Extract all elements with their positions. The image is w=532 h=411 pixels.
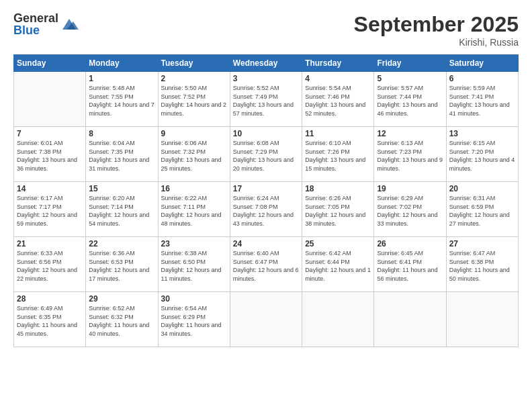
logo-icon	[60, 15, 79, 34]
table-row	[230, 292, 302, 347]
day-info: Sunrise: 6:38 AM Sunset: 6:50 PM Dayligh…	[161, 249, 227, 283]
day-number: 19	[377, 184, 443, 193]
table-row: 27Sunrise: 6:47 AM Sunset: 6:38 PM Dayli…	[446, 237, 518, 292]
table-row: 18Sunrise: 6:26 AM Sunset: 7:05 PM Dayli…	[302, 182, 374, 237]
table-row: 29Sunrise: 6:52 AM Sunset: 6:32 PM Dayli…	[86, 292, 158, 347]
table-row: 17Sunrise: 6:24 AM Sunset: 7:08 PM Dayli…	[230, 182, 302, 237]
table-row	[302, 292, 374, 347]
day-info: Sunrise: 6:29 AM Sunset: 7:02 PM Dayligh…	[377, 194, 443, 228]
day-info: Sunrise: 6:49 AM Sunset: 6:35 PM Dayligh…	[17, 304, 83, 338]
day-number: 14	[17, 184, 83, 193]
day-number: 29	[89, 294, 154, 304]
logo-text: General Blue	[13, 12, 58, 36]
day-number: 15	[89, 184, 154, 193]
day-number: 30	[161, 294, 227, 304]
table-row: 3Sunrise: 5:52 AM Sunset: 7:49 PM Daylig…	[230, 72, 302, 127]
day-number: 8	[89, 129, 154, 138]
day-info: Sunrise: 6:47 AM Sunset: 6:38 PM Dayligh…	[449, 249, 515, 283]
day-number: 1	[89, 74, 154, 83]
day-number: 20	[449, 184, 515, 193]
day-info: Sunrise: 6:04 AM Sunset: 7:35 PM Dayligh…	[89, 139, 154, 173]
table-row: 8Sunrise: 6:04 AM Sunset: 7:35 PM Daylig…	[86, 127, 158, 182]
week-row-3: 21Sunrise: 6:33 AM Sunset: 6:56 PM Dayli…	[14, 237, 519, 292]
day-info: Sunrise: 5:52 AM Sunset: 7:49 PM Dayligh…	[233, 84, 299, 118]
day-info: Sunrise: 6:06 AM Sunset: 7:32 PM Dayligh…	[161, 139, 227, 173]
day-number: 17	[233, 184, 299, 193]
day-number: 9	[161, 129, 227, 138]
col-monday: Monday	[86, 55, 158, 72]
day-info: Sunrise: 6:40 AM Sunset: 6:47 PM Dayligh…	[233, 249, 299, 283]
location: Kirishi, Russia	[354, 37, 519, 48]
col-thursday: Thursday	[302, 55, 374, 72]
day-info: Sunrise: 6:01 AM Sunset: 7:38 PM Dayligh…	[17, 139, 83, 173]
day-info: Sunrise: 6:33 AM Sunset: 6:56 PM Dayligh…	[17, 249, 83, 283]
table-row: 30Sunrise: 6:54 AM Sunset: 6:29 PM Dayli…	[158, 292, 230, 347]
table-row: 4Sunrise: 5:54 AM Sunset: 7:46 PM Daylig…	[302, 72, 374, 127]
day-number: 24	[233, 239, 299, 248]
day-number: 7	[17, 129, 83, 138]
table-row: 9Sunrise: 6:06 AM Sunset: 7:32 PM Daylig…	[158, 127, 230, 182]
table-row: 22Sunrise: 6:36 AM Sunset: 6:53 PM Dayli…	[86, 237, 158, 292]
month-title: September 2025	[354, 12, 519, 37]
day-info: Sunrise: 6:17 AM Sunset: 7:17 PM Dayligh…	[17, 194, 83, 228]
table-row: 21Sunrise: 6:33 AM Sunset: 6:56 PM Dayli…	[14, 237, 86, 292]
day-info: Sunrise: 5:57 AM Sunset: 7:44 PM Dayligh…	[377, 84, 443, 118]
day-info: Sunrise: 6:52 AM Sunset: 6:32 PM Dayligh…	[89, 304, 154, 338]
table-row: 28Sunrise: 6:49 AM Sunset: 6:35 PM Dayli…	[14, 292, 86, 347]
day-number: 25	[305, 239, 371, 248]
day-number: 3	[233, 74, 299, 83]
day-number: 5	[377, 74, 443, 83]
day-info: Sunrise: 6:45 AM Sunset: 6:41 PM Dayligh…	[377, 249, 443, 283]
table-row: 12Sunrise: 6:13 AM Sunset: 7:23 PM Dayli…	[374, 127, 446, 182]
day-info: Sunrise: 6:42 AM Sunset: 6:44 PM Dayligh…	[305, 249, 371, 283]
table-row	[14, 72, 86, 127]
day-number: 21	[17, 239, 83, 248]
day-info: Sunrise: 5:54 AM Sunset: 7:46 PM Dayligh…	[305, 84, 371, 118]
col-saturday: Saturday	[446, 55, 518, 72]
day-info: Sunrise: 6:13 AM Sunset: 7:23 PM Dayligh…	[377, 139, 443, 173]
day-info: Sunrise: 6:36 AM Sunset: 6:53 PM Dayligh…	[89, 249, 154, 283]
table-row: 15Sunrise: 6:20 AM Sunset: 7:14 PM Dayli…	[86, 182, 158, 237]
day-info: Sunrise: 5:59 AM Sunset: 7:41 PM Dayligh…	[449, 84, 515, 118]
day-info: Sunrise: 6:54 AM Sunset: 6:29 PM Dayligh…	[161, 304, 227, 338]
table-row: 14Sunrise: 6:17 AM Sunset: 7:17 PM Dayli…	[14, 182, 86, 237]
table-row: 7Sunrise: 6:01 AM Sunset: 7:38 PM Daylig…	[14, 127, 86, 182]
day-number: 18	[305, 184, 371, 193]
col-tuesday: Tuesday	[158, 55, 230, 72]
day-number: 10	[233, 129, 299, 138]
table-row: 1Sunrise: 5:48 AM Sunset: 7:55 PM Daylig…	[86, 72, 158, 127]
table-row	[446, 292, 518, 347]
table-row: 10Sunrise: 6:08 AM Sunset: 7:29 PM Dayli…	[230, 127, 302, 182]
table-row: 19Sunrise: 6:29 AM Sunset: 7:02 PM Dayli…	[374, 182, 446, 237]
day-number: 22	[89, 239, 154, 248]
day-number: 16	[161, 184, 227, 193]
day-info: Sunrise: 6:10 AM Sunset: 7:26 PM Dayligh…	[305, 139, 371, 173]
day-info: Sunrise: 6:26 AM Sunset: 7:05 PM Dayligh…	[305, 194, 371, 228]
table-row: 26Sunrise: 6:45 AM Sunset: 6:41 PM Dayli…	[374, 237, 446, 292]
week-row-2: 14Sunrise: 6:17 AM Sunset: 7:17 PM Dayli…	[14, 182, 519, 237]
header: General Blue September 2025 Kirishi, Rus…	[13, 12, 519, 48]
page: General Blue September 2025 Kirishi, Rus…	[0, 0, 532, 411]
table-row: 6Sunrise: 5:59 AM Sunset: 7:41 PM Daylig…	[446, 72, 518, 127]
day-number: 6	[449, 74, 515, 83]
col-friday: Friday	[374, 55, 446, 72]
logo-blue: Blue	[13, 24, 58, 36]
day-info: Sunrise: 5:48 AM Sunset: 7:55 PM Dayligh…	[89, 84, 154, 118]
day-info: Sunrise: 6:31 AM Sunset: 6:59 PM Dayligh…	[449, 194, 515, 228]
table-row: 25Sunrise: 6:42 AM Sunset: 6:44 PM Dayli…	[302, 237, 374, 292]
table-row: 24Sunrise: 6:40 AM Sunset: 6:47 PM Dayli…	[230, 237, 302, 292]
col-sunday: Sunday	[14, 55, 86, 72]
title-block: September 2025 Kirishi, Russia	[354, 12, 519, 48]
day-number: 2	[161, 74, 227, 83]
day-number: 26	[377, 239, 443, 248]
logo: General Blue	[13, 12, 79, 36]
day-info: Sunrise: 6:08 AM Sunset: 7:29 PM Dayligh…	[233, 139, 299, 173]
table-row: 5Sunrise: 5:57 AM Sunset: 7:44 PM Daylig…	[374, 72, 446, 127]
day-number: 4	[305, 74, 371, 83]
day-number: 13	[449, 129, 515, 138]
day-info: Sunrise: 6:24 AM Sunset: 7:08 PM Dayligh…	[233, 194, 299, 228]
calendar-table: Sunday Monday Tuesday Wednesday Thursday…	[13, 54, 519, 347]
day-info: Sunrise: 6:15 AM Sunset: 7:20 PM Dayligh…	[449, 139, 515, 173]
col-wednesday: Wednesday	[230, 55, 302, 72]
day-number: 12	[377, 129, 443, 138]
